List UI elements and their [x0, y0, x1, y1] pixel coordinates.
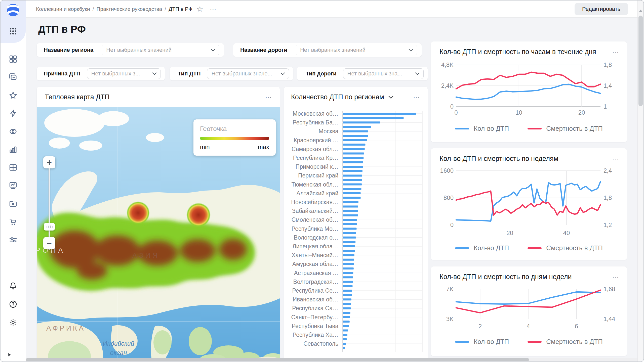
- map-label-asia: АЗИЯ: [132, 252, 160, 259]
- more-menu-icon[interactable]: ⋯: [265, 94, 272, 101]
- svg-text:Севастополь: Севастополь: [303, 340, 338, 347]
- collections-icon[interactable]: [9, 73, 17, 81]
- svg-text:Тюменская обл…: Тюменская обл…: [292, 181, 338, 188]
- zoom-in-button[interactable]: +: [43, 156, 55, 168]
- legend-item[interactable]: Кол-во ДТП: [455, 244, 509, 252]
- svg-text:1,44: 1,44: [603, 315, 615, 322]
- svg-text:Республика Мо…: Республика Мо…: [292, 225, 338, 232]
- vertical-scrollbar[interactable]: [637, 1, 643, 362]
- filter-road: Название дороги Нет выбранных значений: [233, 43, 422, 57]
- svg-text:Москва: Москва: [318, 128, 338, 134]
- dashboard-page: Коллекции и воркбуки / Практические руко…: [0, 0, 644, 362]
- more-menu-icon[interactable]: ⋯: [612, 274, 619, 280]
- legend-item[interactable]: Кол-во ДТП: [455, 338, 509, 346]
- chevron-down-icon: [280, 72, 285, 75]
- svg-text:800: 800: [444, 194, 454, 201]
- svg-text:1,68: 1,68: [603, 286, 615, 292]
- breadcrumb-current: ДТП в РФ: [169, 6, 192, 12]
- legend-item[interactable]: Кол-во ДТП: [455, 125, 509, 132]
- svg-text:0: 0: [450, 103, 454, 110]
- filter-region-label: Название региона: [44, 47, 93, 53]
- map-label-indian-ocean: океан: [110, 349, 127, 356]
- filter-cause-select[interactable]: Нет выбранных з...: [87, 68, 161, 79]
- series-swatch: [528, 128, 542, 129]
- legend-min: min: [200, 144, 210, 151]
- svg-text:0: 0: [450, 221, 454, 228]
- filter-region-select[interactable]: Нет выбранных значений: [102, 45, 219, 55]
- svg-text:Амурская обла…: Амурская обла…: [292, 261, 338, 267]
- filter-accident-type-select[interactable]: Нет выбранных значе...: [207, 68, 289, 79]
- weekdays-chart-title: Кол-во ДТП и смертность по дням недели: [439, 273, 572, 281]
- services-icon[interactable]: [9, 55, 17, 63]
- filter-road-type-select[interactable]: Нет выбранных зна...: [343, 68, 424, 79]
- breadcrumb-separator: /: [165, 6, 166, 12]
- weeks-chart-legend: Кол-во ДТП Смертность в ДТП: [431, 244, 627, 252]
- chevron-down-icon[interactable]: [388, 96, 394, 99]
- zoom-slider-handle[interactable]: [44, 223, 55, 231]
- weekdays-chart-card: Кол-во ДТП и смертность по дням недели ⋯…: [431, 266, 627, 356]
- svg-text:Красноярский …: Красноярский …: [294, 137, 338, 144]
- marketplace-icon[interactable]: [9, 217, 17, 226]
- legend-item[interactable]: Смертность в ДТП: [528, 125, 603, 132]
- series-swatch: [528, 247, 542, 249]
- svg-text:Московская об…: Московская об…: [293, 111, 338, 117]
- map-label-indian-ocean: Индийский: [103, 340, 134, 347]
- more-menu-icon[interactable]: ⋯: [210, 6, 217, 12]
- svg-text:Новосибирская…: Новосибирская…: [291, 199, 338, 205]
- dashboards-icon[interactable]: [9, 181, 17, 190]
- charts-icon[interactable]: [9, 145, 17, 154]
- datalens-logo[interactable]: [7, 4, 20, 17]
- heatmap-map[interactable]: ЕВРОПА АЗИЯ АФРИКА Индийский океан + − Г…: [37, 107, 280, 362]
- weekdays-chart-plot: 7K1,683K1,44246: [431, 284, 627, 333]
- svg-text:1600: 1600: [440, 167, 454, 174]
- favorite-star-icon[interactable]: ☆: [196, 5, 203, 13]
- regions-bar-card: Количество ДТП по регионам ⋯ Московская …: [284, 87, 428, 362]
- svg-text:Астраханская …: Астраханская …: [294, 270, 338, 276]
- filter-road-label: Название дороги: [240, 47, 287, 53]
- filter-road-select[interactable]: Нет выбранных значений: [296, 45, 417, 55]
- series-label: Смертность в ДТП: [546, 125, 603, 132]
- series-label: Кол-во ДТП: [474, 338, 509, 346]
- settings-sliders-icon[interactable]: [9, 236, 17, 244]
- heatmap-card: Тепловая карта ДТП ⋯: [37, 87, 280, 362]
- svg-text:Волгоградская…: Волгоградская…: [293, 279, 338, 285]
- legend-item[interactable]: Смертность в ДТП: [528, 244, 603, 252]
- weeks-chart-plot: 16002,48001,801,22040: [431, 165, 627, 238]
- hours-chart-title: Кол-во ДТП и смертность по часам в течен…: [439, 48, 596, 56]
- datasets-icon[interactable]: [9, 163, 17, 172]
- help-icon[interactable]: [9, 300, 17, 308]
- map-zoom-control: + −: [43, 156, 55, 168]
- expand-panel-icon[interactable]: [7, 352, 12, 357]
- series-label: Смертность в ДТП: [546, 338, 603, 346]
- filter-accident-type-label: Тип ДТП: [178, 70, 200, 77]
- horizontal-scrollbar-thumb[interactable]: [26, 358, 529, 361]
- quick-actions-icon[interactable]: [9, 109, 17, 118]
- connections-icon[interactable]: [9, 127, 17, 136]
- svg-text:Республика Ба…: Республика Ба…: [293, 119, 338, 126]
- legend-max: max: [258, 144, 269, 151]
- svg-text:Приморский к…: Приморский к…: [296, 163, 338, 170]
- breadcrumb: Коллекции и воркбуки / Практические руко…: [36, 6, 192, 12]
- scroll-up-arrow-icon[interactable]: [639, 10, 643, 12]
- favorites-icon[interactable]: [9, 91, 17, 100]
- vertical-scrollbar-thumb[interactable]: [638, 16, 643, 106]
- more-menu-icon[interactable]: ⋯: [612, 49, 619, 55]
- legend-item[interactable]: Смертность в ДТП: [528, 338, 603, 346]
- breadcrumb-guides[interactable]: Практические руководства: [96, 6, 162, 12]
- gear-icon[interactable]: [9, 318, 17, 327]
- svg-text:3K: 3K: [446, 315, 454, 322]
- files-icon[interactable]: [9, 199, 17, 208]
- svg-text:Самарская обл…: Самарская обл…: [292, 146, 338, 152]
- edit-button[interactable]: Редактировать: [575, 3, 628, 15]
- more-menu-icon[interactable]: ⋯: [413, 94, 420, 101]
- series-swatch: [455, 341, 469, 343]
- filter-region: Название региона Нет выбранных значений: [37, 43, 224, 57]
- bell-icon[interactable]: [9, 282, 17, 290]
- apps-grid-icon[interactable]: [9, 27, 17, 35]
- more-menu-icon[interactable]: ⋯: [612, 156, 619, 162]
- breadcrumb-collections[interactable]: Коллекции и воркбуки: [36, 6, 90, 12]
- sidebar: [1, 1, 26, 362]
- horizontal-scrollbar[interactable]: [26, 358, 638, 361]
- zoom-out-button[interactable]: −: [43, 237, 55, 249]
- series-swatch: [528, 341, 542, 343]
